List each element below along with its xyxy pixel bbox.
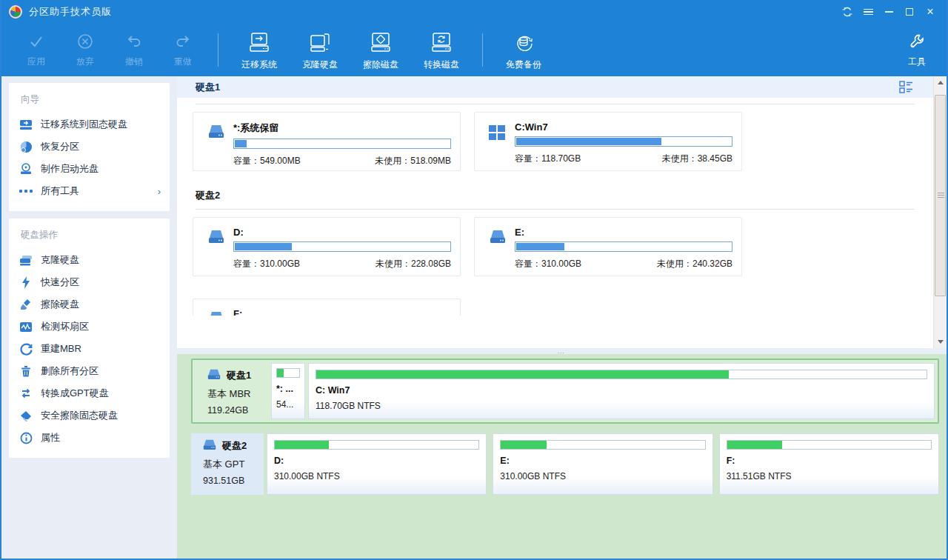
disk2-partition-f[interactable]: F: 311.51GB NTFS: [719, 433, 939, 495]
capacity-text: 容量：310.00GB: [515, 258, 581, 270]
wipe-disk-label: 擦除磁盘: [363, 59, 398, 71]
unused-text: 未使用：240.32GB: [657, 258, 732, 270]
wipe-disk-icon: [19, 298, 33, 311]
partition-size: 310.00GB NTFS: [274, 471, 479, 481]
usage-bar-fill: [501, 441, 547, 449]
wizards-section-title: 向导: [21, 93, 161, 106]
disk2-label[interactable]: 硬盘2 基本 GPT 931.51GB: [191, 433, 264, 495]
undo-label: 撤销: [125, 56, 143, 68]
sidebar-item-label: 转换成GPT硬盘: [41, 387, 109, 400]
unused-text: 未使用：228.08GB: [375, 258, 451, 270]
title-bar: 分区助手技术员版 ×: [1, 0, 947, 24]
sidebar-item-boot-cd[interactable]: 制作启动光盘: [19, 158, 161, 180]
disk-icon: [207, 121, 233, 163]
sidebar-item-label: 所有工具: [41, 184, 79, 198]
refresh-icon[interactable]: [837, 3, 858, 21]
sidebar-item-label: 擦除硬盘: [41, 298, 79, 311]
undo-button[interactable]: 撤销: [110, 24, 158, 76]
sidebar-item-convert-gpt[interactable]: 转换成GPT硬盘: [19, 382, 161, 404]
sidebar-item-all-tools[interactable]: 所有工具 ›: [19, 180, 161, 202]
discard-button[interactable]: 放弃: [61, 24, 110, 76]
disk1-row[interactable]: 硬盘1 基本 MBR 119.24GB *: ... 54... C: Win7…: [191, 359, 939, 424]
usage-bar-fill: [235, 140, 247, 147]
scrollbar-thumb[interactable]: [935, 95, 946, 296]
disk1-partition-system-reserved[interactable]: *: ... 54...: [271, 363, 305, 419]
wipe-disk-button[interactable]: 擦除磁盘: [350, 24, 411, 76]
partition-card-f-partial[interactable]: F:: [193, 299, 461, 316]
recover-partition-icon: [19, 140, 33, 153]
disk2-partition-e[interactable]: E: 310.00GB NTFS: [493, 433, 712, 495]
disk1-group-header: 硬盘1: [177, 76, 933, 98]
usage-bar: [233, 139, 451, 149]
maximize-button[interactable]: [899, 3, 920, 21]
sidebar-item-recover-partition[interactable]: 恢复分区: [19, 136, 161, 158]
toolbar-separator: [218, 33, 218, 67]
convert-disk-button[interactable]: 转换磁盘: [411, 24, 472, 76]
close-button[interactable]: ×: [920, 3, 941, 21]
partition-card-d[interactable]: D: 容量：310.00GB 未使用：228.08GB: [193, 217, 461, 276]
sidebar-item-label: 快速分区: [41, 276, 79, 289]
sidebar-item-rebuild-mbr[interactable]: 重建MBR: [19, 338, 161, 360]
migrate-ssd-icon: [19, 118, 33, 131]
sidebar-item-bad-sector[interactable]: 检测坏扇区: [19, 316, 161, 338]
view-toggle-icon[interactable]: [899, 81, 914, 94]
clone-disk-button[interactable]: 克隆硬盘: [290, 24, 350, 76]
convert-disk-label: 转换磁盘: [424, 59, 459, 71]
redo-button[interactable]: 重做: [158, 24, 207, 76]
sidebar-item-clone-disk[interactable]: 克隆硬盘: [19, 249, 161, 271]
sidebar-item-quick-partition[interactable]: 快速分区: [19, 271, 161, 293]
disk1-label[interactable]: 硬盘1 基本 MBR 119.24GB: [196, 363, 268, 419]
migrate-os-button[interactable]: 迁移系统: [229, 24, 290, 76]
sidebar-item-label: 恢复分区: [41, 140, 79, 153]
sidebar-item-secure-erase[interactable]: 安全擦除固态硬盘: [19, 404, 161, 427]
clone-disk-label: 克隆硬盘: [302, 59, 338, 71]
usage-bar-fill: [235, 243, 292, 250]
disk1-partition-c[interactable]: C: Win7 118.70GB NTFS: [308, 363, 935, 419]
capacity-text: 容量：118.70GB: [515, 153, 581, 165]
sidebar-item-wipe-disk[interactable]: 擦除硬盘: [19, 293, 161, 316]
disk2-partition-d[interactable]: D: 310.00GB NTFS: [267, 433, 487, 495]
disk-name: 硬盘2: [222, 439, 247, 453]
scroll-down-arrow[interactable]: [938, 340, 944, 344]
windows-icon: [488, 121, 515, 163]
boot-cd-icon: [19, 162, 33, 176]
tools-button[interactable]: 工具: [895, 24, 939, 76]
disk-icon: [206, 369, 222, 382]
minimize-button[interactable]: [878, 3, 899, 21]
partition-label: *: ...: [276, 384, 300, 394]
chevron-right-icon: ›: [158, 186, 161, 197]
partition-title: *:系统保留: [233, 121, 451, 135]
disk2-row[interactable]: 硬盘2 基本 GPT 931.51GB D: 310.00GB NTFS E: …: [191, 433, 939, 495]
partition-card-system-reserved[interactable]: *:系统保留 容量：549.00MB 未使用：518.09MB: [193, 112, 461, 171]
sidebar-item-properties[interactable]: 属性: [19, 427, 161, 449]
partition-card-e[interactable]: E: 容量：310.00GB 未使用：240.32GB: [474, 217, 742, 276]
sidebar: 向导 迁移系统到固态硬盘 恢复分区 制作启动光盘 所有工具 ›: [1, 76, 177, 560]
sidebar-item-label: 删除所有分区: [41, 364, 99, 378]
apply-button[interactable]: 应用: [12, 24, 61, 76]
usage-bar-fill: [516, 138, 661, 145]
disk-type: 基本 GPT: [203, 458, 259, 471]
usage-bar: [500, 440, 705, 450]
disk-size: 931.51GB: [203, 476, 259, 486]
partition-card-c-win7[interactable]: C:Win7 容量：118.70GB 未使用：38.45GB: [474, 112, 742, 171]
unused-text: 未使用：518.09MB: [375, 155, 451, 167]
all-tools-icon: [19, 184, 33, 198]
disk-cards-panel: 硬盘1 *:系统保留: [177, 76, 947, 348]
usage-bar: [515, 136, 732, 147]
vertical-scrollbar[interactable]: [933, 76, 947, 348]
menu-icon[interactable]: [858, 3, 878, 21]
usage-bar: [727, 440, 932, 450]
splitter-grip-icon: ⋯: [558, 349, 567, 357]
usage-bar: [274, 440, 479, 450]
sidebar-item-delete-partitions[interactable]: 删除所有分区: [19, 360, 161, 382]
usage-bar: [233, 241, 451, 252]
disk-icon: [201, 439, 218, 453]
scroll-up-arrow[interactable]: [934, 76, 947, 89]
free-backup-button[interactable]: 免费备份: [493, 24, 554, 76]
wrench-icon: [907, 32, 927, 51]
disk-type: 基本 MBR: [207, 387, 264, 401]
panel-splitter[interactable]: ⋯: [177, 348, 947, 354]
usage-bar: [515, 241, 732, 252]
capacity-text: 容量：310.00GB: [233, 258, 300, 270]
sidebar-item-migrate-ssd[interactable]: 迁移系统到固态硬盘: [19, 113, 161, 136]
